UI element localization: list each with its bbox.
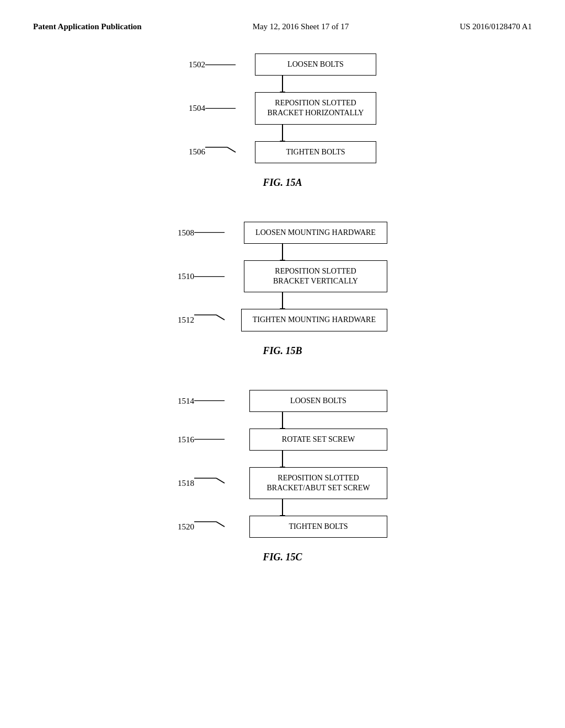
step-1508-box: LOOSEN MOUNTING HARDWARE <box>244 222 387 244</box>
label-1508: 1508 <box>178 228 194 237</box>
fig15c-section: 1514 LOOSEN BOLTS 1516 ROTATE SET SCREW … <box>178 390 387 564</box>
fig15a-label: FIG. 15A <box>263 177 302 189</box>
step-1510-box: REPOSITION SLOTTEDBRACKET VERTICALLY <box>244 260 387 292</box>
label-1504: 1504 <box>189 104 205 113</box>
arrow-1518-1520 <box>282 499 283 516</box>
header-date-sheet: May 12, 2016 Sheet 17 of 17 <box>253 22 349 31</box>
fig15b-flowchart: 1508 LOOSEN MOUNTING HARDWARE 1510 REPOS… <box>178 222 387 331</box>
step-1512-row: 1512 TIGHTEN MOUNTING HARDWARE <box>178 309 387 331</box>
fig15c-flowchart: 1514 LOOSEN BOLTS 1516 ROTATE SET SCREW … <box>178 390 387 538</box>
header-patent-number: US 2016/0128470 A1 <box>460 22 532 31</box>
step-1506-box: TIGHTEN BOLTS <box>255 141 376 163</box>
step-1510-row: 1510 REPOSITION SLOTTEDBRACKET VERTICALL… <box>178 260 387 292</box>
arrow-1510-1512 <box>282 292 283 309</box>
step-1512-box: TIGHTEN MOUNTING HARDWARE <box>241 309 387 331</box>
label-1512: 1512 <box>178 315 194 325</box>
svg-line-11 <box>216 478 225 483</box>
step-1520-row: 1520 TIGHTEN BOLTS <box>178 516 387 538</box>
step-1506-row: 1506 TIGHTEN BOLTS <box>189 141 376 163</box>
svg-line-3 <box>227 147 236 152</box>
connector-1518 <box>194 478 227 489</box>
connector-1514 <box>194 400 227 402</box>
step-1514-box: LOOSEN BOLTS <box>249 390 387 412</box>
step-1518-row: 1518 REPOSITION SLOTTEDBRACKET/ABUT SET … <box>178 467 387 499</box>
main-content: 1502 LOOSEN BOLTS 1504 REPOSITION SLOTTE… <box>0 42 565 574</box>
connector-1508 <box>194 232 227 233</box>
label-1514: 1514 <box>178 396 194 405</box>
step-1520-box: TIGHTEN BOLTS <box>249 516 387 538</box>
label-1518: 1518 <box>178 479 194 488</box>
connector-1516 <box>194 439 227 440</box>
arrow-1514-1516 <box>282 412 283 429</box>
step-1516-box: ROTATE SET SCREW <box>249 429 387 451</box>
step-1516-row: 1516 ROTATE SET SCREW <box>178 429 387 451</box>
connector-1520 <box>194 521 227 532</box>
fig15a-flowchart: 1502 LOOSEN BOLTS 1504 REPOSITION SLOTTE… <box>189 53 376 163</box>
connector-1510 <box>194 276 227 277</box>
arrow-1508-1510 <box>282 244 283 260</box>
step-1504-box: REPOSITION SLOTTEDBRACKET HORIZONTALLY <box>255 92 376 124</box>
fig15a-section: 1502 LOOSEN BOLTS 1504 REPOSITION SLOTTE… <box>189 53 376 189</box>
arrow-1502-1504 <box>282 76 283 92</box>
header-publication-label: Patent Application Publication <box>33 22 142 31</box>
page-header: Patent Application Publication May 12, 2… <box>0 0 565 42</box>
step-1502-box: LOOSEN BOLTS <box>255 53 376 76</box>
connector-1506 <box>205 147 238 158</box>
step-1514-row: 1514 LOOSEN BOLTS <box>178 390 387 412</box>
step-1508-row: 1508 LOOSEN MOUNTING HARDWARE <box>178 222 387 244</box>
step-1518-box: REPOSITION SLOTTEDBRACKET/ABUT SET SCREW <box>249 467 387 499</box>
fig15b-label: FIG. 15B <box>263 345 302 357</box>
label-1520: 1520 <box>178 522 194 532</box>
step-1502-row: 1502 LOOSEN BOLTS <box>189 53 376 76</box>
label-1506: 1506 <box>189 147 205 157</box>
step-1504-row: 1504 REPOSITION SLOTTEDBRACKET HORIZONTA… <box>189 92 376 124</box>
svg-line-13 <box>216 522 225 527</box>
arrow-1516-1518 <box>282 451 283 467</box>
connector-1512 <box>194 314 227 325</box>
connector-1502 <box>205 64 238 65</box>
svg-line-7 <box>216 315 225 320</box>
connector-1504 <box>205 108 238 109</box>
label-1516: 1516 <box>178 435 194 444</box>
fig15c-label: FIG. 15C <box>263 552 302 563</box>
label-1510: 1510 <box>178 272 194 281</box>
arrow-1504-1506 <box>282 125 283 141</box>
label-1502: 1502 <box>189 60 205 69</box>
fig15b-section: 1508 LOOSEN MOUNTING HARDWARE 1510 REPOS… <box>178 222 387 357</box>
